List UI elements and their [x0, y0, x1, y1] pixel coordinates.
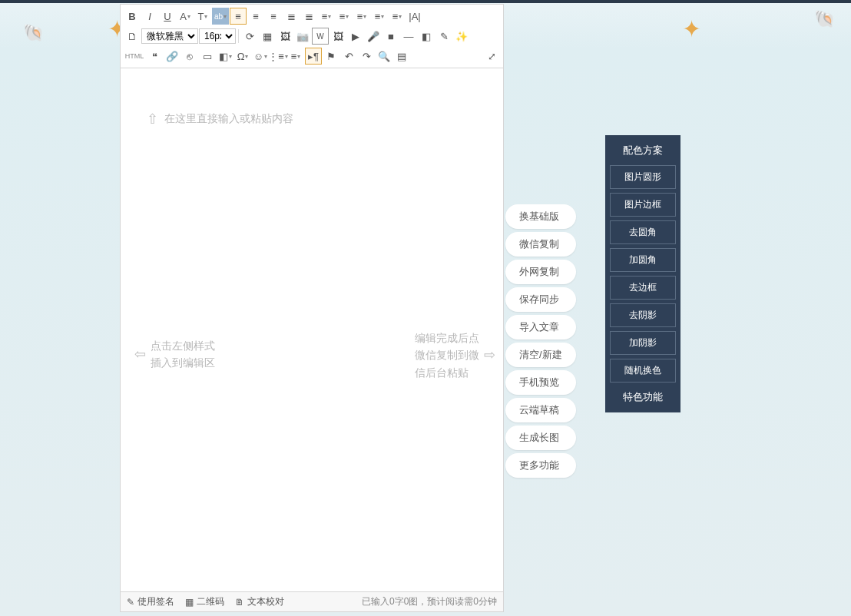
map-button[interactable]: ▭: [199, 48, 216, 65]
letter-spacing-button[interactable]: ≡: [353, 8, 370, 25]
eraser-button[interactable]: ◧: [418, 28, 435, 45]
search-button[interactable]: 🔍: [376, 48, 392, 65]
italic-button[interactable]: I: [141, 8, 158, 25]
font-color-button[interactable]: A: [177, 8, 194, 25]
text-style-button[interactable]: T: [194, 8, 211, 25]
panel-title-feature: 特色功能: [610, 386, 676, 408]
action-more[interactable]: 更多功能: [505, 453, 576, 478]
margin-button[interactable]: ≡: [371, 8, 388, 25]
ordered-list-button[interactable]: ⋮≡: [270, 48, 286, 65]
qrcode-icon: ▦: [185, 597, 194, 608]
side-actions: 换基础版 微信复制 外网复制 保存同步 导入文章 清空/新建 手机预览 云端草稿…: [505, 204, 576, 478]
camera-button[interactable]: ■: [382, 28, 399, 45]
editor-canvas[interactable]: ⇧ 在这里直接输入或粘贴内容 ⇦ 点击左侧样式插入到编辑区 编辑完成后点微信复制…: [120, 68, 504, 592]
btn-remove-border[interactable]: 去边框: [610, 276, 676, 300]
btn-image-circle[interactable]: 图片圆形: [610, 165, 676, 189]
redo-button[interactable]: ↷: [358, 48, 375, 65]
action-clear[interactable]: 清空/新建: [505, 343, 576, 367]
emoji-button[interactable]: ☺: [252, 48, 269, 65]
quote-button[interactable]: ❝: [146, 48, 163, 65]
brush-button[interactable]: ✎: [435, 28, 452, 45]
font-family-select[interactable]: 微软雅黑: [141, 28, 198, 44]
image-button[interactable]: 🖼: [276, 28, 293, 45]
new-doc-button[interactable]: 🗋: [124, 28, 141, 45]
font-size-select[interactable]: 16px: [199, 28, 236, 44]
undo-button[interactable]: ↶: [340, 48, 357, 65]
btn-random-color[interactable]: 随机换色: [610, 359, 676, 383]
btn-image-border[interactable]: 图片边框: [610, 193, 676, 217]
proofread-link[interactable]: 🗎文本校对: [235, 595, 284, 608]
toolbar: B I U A T ab ≡ ≡ ≡ ≣ ≣ ≡ ≡ ≡ ≡ ≡ |A| 🗋 微…: [120, 4, 504, 68]
outdent-button[interactable]: ≡: [318, 8, 335, 25]
btn-add-radius[interactable]: 加圆角: [610, 248, 676, 272]
action-mobile-preview[interactable]: 手机预览: [505, 370, 576, 395]
action-switch-basic[interactable]: 换基础版: [505, 204, 576, 229]
editor-placeholder: ⇧ 在这里直接输入或粘贴内容: [147, 111, 293, 128]
link-button[interactable]: 🔗: [164, 48, 180, 65]
clear-format-button[interactable]: |A|: [406, 8, 423, 25]
background-button[interactable]: ◧: [217, 48, 233, 65]
action-save-sync[interactable]: 保存同步: [505, 287, 576, 312]
action-external-copy[interactable]: 外网复制: [505, 260, 576, 284]
underline-button[interactable]: U: [159, 8, 176, 25]
indent-button[interactable]: ≣: [300, 8, 317, 25]
action-long-image[interactable]: 生成长图: [505, 426, 576, 450]
btn-remove-radius[interactable]: 去圆角: [610, 220, 676, 244]
signature-link[interactable]: ✎使用签名: [127, 595, 174, 608]
padding-button[interactable]: ≡: [389, 8, 406, 25]
ltr-button[interactable]: ▸¶: [305, 48, 322, 65]
btn-add-shadow[interactable]: 加阴影: [610, 331, 676, 355]
editor-footer: ✎使用签名 ▦二维码 🗎文本校对 已输入0字0图，预计阅读需0分钟: [120, 592, 504, 612]
shell-deco: 🐚: [814, 9, 835, 29]
align-right-button[interactable]: ≡: [265, 8, 282, 25]
html-button[interactable]: HTML: [124, 52, 145, 60]
hr-button[interactable]: —: [400, 28, 417, 45]
pencil-icon: ✎: [127, 597, 134, 608]
fullscreen-button[interactable]: ⤢: [483, 48, 500, 65]
align-left-button[interactable]: ≡: [230, 8, 247, 25]
word-button[interactable]: W: [312, 28, 329, 45]
unordered-list-button[interactable]: ≡: [287, 48, 304, 65]
left-arrow-icon: ⇦: [134, 343, 146, 366]
refresh-button[interactable]: ⟳: [241, 28, 258, 45]
align-center-button[interactable]: ≡: [247, 8, 264, 25]
qrcode-link[interactable]: ▦二维码: [185, 595, 224, 608]
style-panel: 配色方案 图片圆形 图片边框 去圆角 加圆角 去边框 去阴影 加阴影 随机换色 …: [605, 135, 680, 412]
highlight-button[interactable]: ab: [212, 8, 229, 25]
editor: B I U A T ab ≡ ≡ ≡ ≣ ≣ ≡ ≡ ≡ ≡ ≡ |A| 🗋 微…: [120, 4, 504, 612]
btn-remove-shadow[interactable]: 去阴影: [610, 303, 676, 327]
select-all-button[interactable]: ▤: [393, 48, 410, 65]
gallery-button[interactable]: 🖼: [329, 28, 346, 45]
word-count: 已输入0字0图，预计阅读需0分钟: [362, 595, 497, 608]
action-import[interactable]: 导入文章: [505, 315, 576, 339]
star-deco: ✦: [682, 15, 701, 42]
line-spacing-button[interactable]: ≡: [336, 8, 353, 25]
bold-button[interactable]: B: [124, 8, 141, 25]
magic-button[interactable]: ✨: [453, 28, 470, 45]
panel-title-color: 配色方案: [610, 140, 676, 161]
rtl-button[interactable]: ⚑: [323, 48, 339, 65]
symbol-button[interactable]: Ω: [234, 48, 251, 65]
action-cloud-draft[interactable]: 云端草稿: [505, 398, 576, 422]
up-arrow-icon: ⇧: [147, 111, 158, 128]
align-justify-button[interactable]: ≣: [283, 8, 300, 25]
right-arrow-icon: ⇨: [484, 344, 495, 366]
gif-button[interactable]: 📷: [294, 28, 311, 45]
audio-button[interactable]: 🎤: [365, 28, 382, 45]
video-button[interactable]: ▶: [347, 28, 364, 45]
action-wechat-copy[interactable]: 微信复制: [505, 232, 576, 257]
doc-icon: 🗎: [235, 597, 244, 608]
table-button[interactable]: ▦: [259, 28, 276, 45]
hint-left: ⇦ 点击左侧样式插入到编辑区: [134, 337, 215, 372]
shell-deco: 🐚: [23, 23, 44, 43]
unlink-button[interactable]: ⎋: [181, 48, 198, 65]
hint-right: 编辑完成后点微信复制到微信后台粘贴 ⇨: [415, 330, 495, 381]
